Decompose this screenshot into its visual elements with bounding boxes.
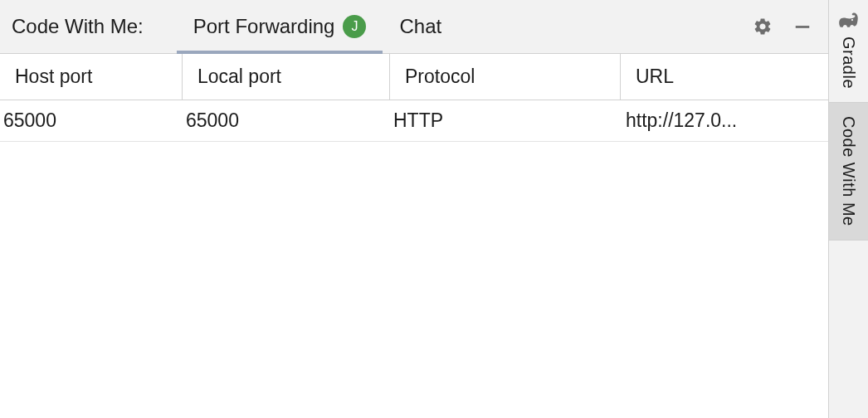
user-badge-icon: J <box>343 15 366 38</box>
cell-local-port: 65000 <box>183 100 390 141</box>
tab-label: Port Forwarding <box>193 15 335 38</box>
column-header-host-port[interactable]: Host port <box>0 54 183 100</box>
right-tool-rail: Gradle Code With Me <box>828 0 868 418</box>
gear-icon <box>753 17 773 36</box>
tab-label: Chat <box>399 15 441 38</box>
column-header-local-port[interactable]: Local port <box>183 54 390 100</box>
column-header-url[interactable]: URL <box>621 54 828 100</box>
cell-protocol: HTTP <box>390 100 621 141</box>
svg-rect-0 <box>796 26 810 28</box>
rail-tab-gradle[interactable]: Gradle <box>829 0 868 103</box>
rail-label: Gradle <box>839 36 858 89</box>
tab-port-forwarding[interactable]: Port Forwarding J <box>177 0 383 53</box>
tool-window-title: Code With Me: <box>12 15 177 38</box>
table-header: Host port Local port Protocol URL <box>0 54 828 100</box>
minimize-button[interactable] <box>792 16 813 37</box>
main-area: Code With Me: Port Forwarding J Chat <box>0 0 828 418</box>
minimize-icon <box>793 17 812 36</box>
tab-chat[interactable]: Chat <box>383 0 458 53</box>
cell-host-port: 65000 <box>0 100 183 141</box>
rail-tab-code-with-me[interactable]: Code With Me <box>829 103 868 241</box>
table-row[interactable]: 65000 65000 HTTP http://127.0... <box>0 100 828 142</box>
tab-bar: Port Forwarding J Chat <box>177 0 752 53</box>
cell-url: http://127.0... <box>621 100 828 141</box>
column-header-protocol[interactable]: Protocol <box>390 54 621 100</box>
settings-button[interactable] <box>752 16 773 37</box>
tool-window-header: Code With Me: Port Forwarding J Chat <box>0 0 828 54</box>
elephant-icon <box>838 10 860 32</box>
port-forwarding-table: Host port Local port Protocol URL 65000 … <box>0 54 828 418</box>
header-actions <box>752 16 820 37</box>
rail-label: Code With Me <box>839 116 858 226</box>
